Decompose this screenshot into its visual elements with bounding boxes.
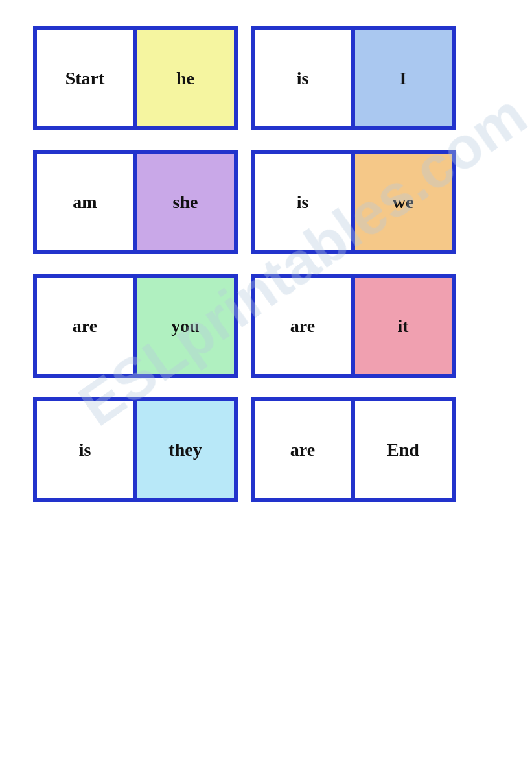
cell-0-0-1: he [135,28,236,128]
group-2-0: areyou [33,274,238,378]
cell-2-0-1: you [135,276,236,376]
cell-1-1-0: is [253,152,353,252]
cell-0-0-0: Start [35,28,135,128]
cell-2-0-0: are [35,276,135,376]
group-3-0: isthey [33,397,238,502]
group-0-1: isI [251,26,456,130]
cell-2-1-0: are [253,276,353,376]
cell-1-1-1: we [353,152,454,252]
group-0-0: Starthe [33,26,238,130]
row-3: istheyareEnd [33,397,500,502]
cell-3-0-1: they [135,399,236,500]
cell-0-1-0: is [253,28,353,128]
row-1: amsheiswe [33,150,500,254]
group-2-1: areit [251,274,456,378]
page: StartheisIamsheisweareyouareitistheyareE… [33,26,500,502]
cell-3-0-0: is [35,399,135,500]
group-3-1: areEnd [251,397,456,502]
row-2: areyouareit [33,274,500,378]
cell-3-1-1: End [353,399,454,500]
group-1-1: iswe [251,150,456,254]
cell-1-0-1: she [135,152,236,252]
row-0: StartheisI [33,26,500,130]
cell-2-1-1: it [353,276,454,376]
cell-1-0-0: am [35,152,135,252]
cell-3-1-0: are [253,399,353,500]
group-1-0: amshe [33,150,238,254]
cell-0-1-1: I [353,28,454,128]
